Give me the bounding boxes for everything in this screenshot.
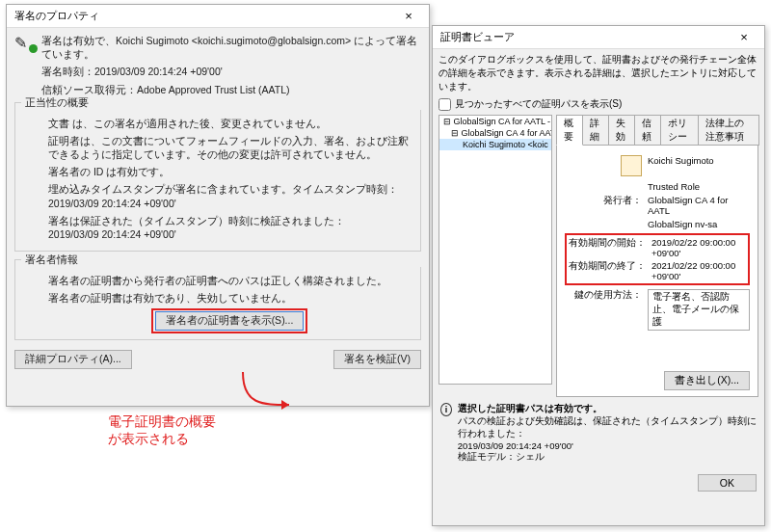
show-signer-cert-button[interactable]: 署名者の証明書を表示(S)...	[155, 311, 305, 331]
certificate-viewer-dialog: 証明書ビューア × このダイアログボックスを使用して、証明書およびその発行チェー…	[432, 25, 765, 526]
signature-properties-dialog: 署名のプロパティ × ✎ 署名は有効で、Koichi Sugimoto <koi…	[6, 4, 430, 407]
close-icon[interactable]: ×	[730, 30, 758, 44]
validity-line: 署名者の ID は有効です。	[48, 165, 411, 178]
tab-body: Koichi Sugimoto Trusted Role 発行者：GlobalS…	[556, 145, 758, 397]
validity-line: 文書 は、この署名が適用された後、変更されていません。	[48, 117, 411, 130]
status-line: パスの検証および失効確認は、保証された（タイムスタンプ）時刻に行われました：	[458, 415, 757, 440]
cert-role: Trusted Role	[648, 181, 750, 192]
tab-legal[interactable]: 法律上の注意事項	[698, 115, 759, 146]
title: 署名のプロパティ	[14, 9, 394, 23]
validity-line: 署名は保証された（タイムスタンプ）時刻に検証されました：2019/03/09 2…	[48, 214, 411, 241]
signature-time: 署名時刻：2019/03/09 20:14:24 +09'00'	[41, 65, 421, 78]
arrow-icon	[185, 366, 301, 416]
validity-group: 正当性の概要 文書 は、この署名が適用された後、変更されていません。 証明者は、…	[14, 102, 421, 252]
tab-details[interactable]: 詳細	[582, 115, 609, 146]
ok-button[interactable]: OK	[698, 474, 757, 492]
advanced-properties-button[interactable]: 詳細プロパティ(A)...	[14, 350, 132, 369]
key-usage-value: 電子署名、否認防止、電子メールの保護	[648, 289, 750, 331]
signer-line: 署名者の証明書から発行者の証明書へのパスは正しく構築されました。	[48, 274, 411, 287]
title: 証明書ビューア	[440, 30, 730, 44]
instruction-text: このダイアログボックスを使用して、証明書およびその発行チェーン全体の詳細を表示で…	[433, 49, 764, 97]
status-time: 2019/03/09 20:14:24 +09'00'	[458, 440, 757, 451]
validity-line: 埋め込みタイムスタンプが署名に含まれています。タイムスタンプ時刻：2019/03…	[48, 182, 411, 209]
tab-summary[interactable]: 概要	[556, 115, 583, 146]
signed-by: 署名は有効で、Koichi Sugimoto <koichi.sugimoto@…	[41, 34, 421, 47]
signer-group: 署名者情報 署名者の証明書から発行者の証明書へのパスは正しく構築されました。 署…	[14, 259, 421, 340]
tab-policies[interactable]: ポリシー	[660, 115, 699, 146]
titlebar: 証明書ビューア ×	[433, 26, 764, 49]
export-button[interactable]: 書き出し(X)...	[664, 371, 750, 390]
show-cert-highlight: 署名者の証明書を表示(S)...	[151, 308, 308, 333]
model-label: 検証モデル：	[458, 451, 516, 462]
status-block: 選択した証明書パスは有効です。 パスの検証および失効確認は、保証された（タイムス…	[458, 403, 757, 464]
validity-line: 証明者は、この文書についてフォームフィールドの入力、署名、および注釈できるように…	[48, 134, 411, 161]
signature-valid-icon: ✎	[14, 34, 36, 52]
model-value: シェル	[516, 451, 545, 462]
cert-chain-tree[interactable]: ⊟ GlobalSign CA for AATL - SHA ⊟ GlobalS…	[439, 115, 552, 385]
issuer-label: 発行者：	[565, 195, 648, 216]
document-icon	[621, 155, 642, 176]
verify-signature-button[interactable]: 署名を検証(V)	[333, 350, 421, 369]
validity-heading: 正当性の概要	[21, 96, 426, 110]
tree-row[interactable]: ⊟ GlobalSign CA for AATL - SHA	[439, 116, 551, 127]
tab-revocation[interactable]: 失効	[608, 115, 635, 146]
signer-heading: 署名者情報	[21, 253, 426, 267]
tree-row[interactable]: ⊟ GlobalSign CA 4 for AATL	[439, 127, 551, 139]
tabs: 概要 詳細 失効 信頼 ポリシー 法律上の注意事項	[556, 115, 758, 146]
close-icon[interactable]: ×	[394, 9, 423, 23]
validity-highlight: 有効期間の開始：2019/02/22 09:00:00 +09'00' 有効期間…	[565, 233, 750, 285]
valid-to-value: 2021/02/22 09:00:00 +09'00'	[651, 260, 746, 281]
valid-from-value: 2019/02/22 09:00:00 +09'00'	[651, 237, 746, 258]
tab-trust[interactable]: 信頼	[634, 115, 661, 146]
cert-name: Koichi Sugimoto	[648, 155, 750, 178]
show-all-paths-label: 見つかったすべての証明パスを表示(S)	[455, 97, 622, 111]
key-usage-label: 鍵の使用方法：	[565, 289, 648, 331]
valid-from-label: 有効期間の開始：	[569, 237, 651, 258]
show-all-paths-checkbox[interactable]	[439, 98, 451, 111]
annotation-text: 電子証明書の概要 が表示される	[108, 412, 216, 447]
valid-to-label: 有効期間の終了：	[569, 260, 651, 281]
info-icon: i	[440, 403, 452, 416]
issuer-value: GlobalSign CA 4 for AATL	[648, 195, 750, 216]
signer-line: 署名者の証明書は有効であり、失効していません。	[48, 291, 411, 305]
issuer-value: GlobalSign nv-sa	[648, 219, 750, 229]
status-title: 選択した証明書パスは有効です。	[458, 403, 757, 415]
titlebar: 署名のプロパティ ×	[7, 5, 429, 28]
tree-row[interactable]: Koichi Sugimoto <koic	[439, 139, 551, 150]
trust-source: 信頼ソース取得元：Adobe Approved Trust List (AATL…	[41, 83, 421, 96]
